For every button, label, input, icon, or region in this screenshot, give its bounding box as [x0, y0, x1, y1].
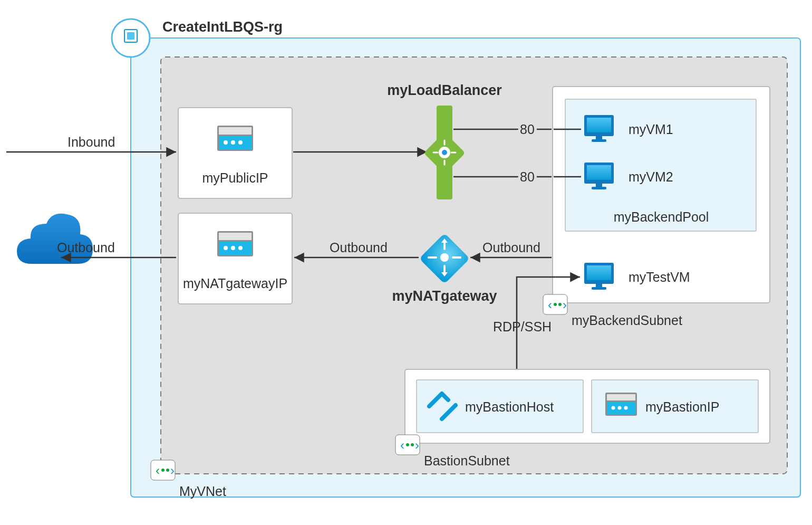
edge-port80-bottom-label: 80: [520, 169, 535, 184]
backend-subnet-label: myBackendSubnet: [572, 313, 682, 328]
vm1-label: myVM1: [629, 122, 673, 137]
svg-point-6: [166, 469, 169, 472]
svg-text:›: ›: [415, 438, 419, 452]
svg-point-14: [238, 140, 243, 145]
svg-point-13: [231, 140, 235, 145]
svg-text:›: ›: [563, 298, 567, 312]
svg-point-12: [224, 140, 228, 145]
svg-point-20: [231, 246, 235, 250]
nat-ip-label: myNATgatewayIP: [183, 276, 287, 291]
nat-ip-card: myNATgatewayIP: [178, 213, 292, 304]
bastion-host-label: myBastionHost: [465, 399, 554, 414]
svg-rect-17: [219, 233, 252, 240]
svg-point-56: [618, 406, 622, 410]
svg-rect-53: [607, 394, 635, 400]
svg-rect-10: [219, 127, 252, 135]
vm2-label: myVM2: [629, 169, 673, 184]
edge-rdpssh-label: RDP/SSH: [493, 319, 552, 334]
edge-outbound-midright-label: Outbound: [482, 240, 540, 255]
resource-group-icon: [112, 19, 150, 57]
svg-point-27: [440, 253, 449, 262]
svg-point-60: [406, 443, 409, 446]
backend-subnet-tag-icon: ‹ ›: [543, 294, 567, 314]
bastion-subnet-tag-icon: ‹ ›: [395, 435, 420, 455]
svg-rect-37: [596, 184, 602, 187]
svg-rect-33: [592, 139, 606, 142]
bastion-subnet-label: BastionSubnet: [424, 453, 510, 468]
svg-text:‹: ‹: [400, 438, 404, 452]
svg-rect-38: [592, 187, 606, 189]
public-ip-card: myPublicIP: [178, 108, 292, 198]
svg-rect-36: [587, 165, 611, 180]
public-ip-label: myPublicIP: [202, 170, 268, 185]
svg-rect-2: [127, 32, 134, 40]
backend-pool-label: myBackendPool: [614, 209, 709, 224]
svg-text:‹: ‹: [548, 298, 552, 312]
svg-rect-41: [587, 265, 611, 280]
edge-inbound-label: Inbound: [67, 135, 115, 149]
edge-outbound-left-label: Outbound: [57, 240, 115, 255]
bastion-ip-icon: [605, 393, 637, 416]
svg-rect-42: [596, 284, 602, 287]
architecture-diagram: CreateIntLBQS-rg ‹ › MyVNet Inbound Outb…: [0, 0, 812, 525]
vnet-tag-icon: ‹ ›: [151, 460, 175, 480]
svg-point-46: [554, 303, 557, 306]
svg-text:›: ›: [170, 463, 175, 478]
svg-point-55: [612, 406, 615, 410]
nat-gateway-label: myNATgateway: [392, 288, 497, 304]
backend-subnet-box: myBackendPool myVM1 myVM2 myTestVM: [553, 87, 770, 303]
svg-rect-31: [587, 118, 611, 132]
cloud-icon: [17, 214, 93, 264]
resource-group-title: CreateIntLBQS-rg: [162, 19, 283, 35]
vnet-label: MyVNet: [179, 484, 226, 499]
svg-text:‹: ‹: [156, 463, 160, 478]
edge-port80-top-label: 80: [520, 122, 535, 137]
load-balancer-label: myLoadBalancer: [387, 82, 502, 98]
edge-outbound-midleft-label: Outbound: [330, 240, 388, 255]
svg-point-47: [558, 303, 562, 306]
svg-point-19: [224, 246, 228, 250]
testvm-label: myTestVM: [629, 270, 690, 284]
svg-point-21: [238, 246, 243, 250]
bastion-ip-label: myBastionIP: [645, 399, 719, 414]
bastion-subnet-box: myBastionHost myBastionIP: [405, 369, 770, 443]
svg-point-57: [624, 406, 628, 410]
svg-point-5: [161, 469, 165, 472]
svg-point-61: [411, 443, 414, 446]
svg-point-25: [442, 150, 447, 155]
svg-rect-43: [592, 287, 606, 290]
svg-rect-32: [596, 136, 602, 139]
